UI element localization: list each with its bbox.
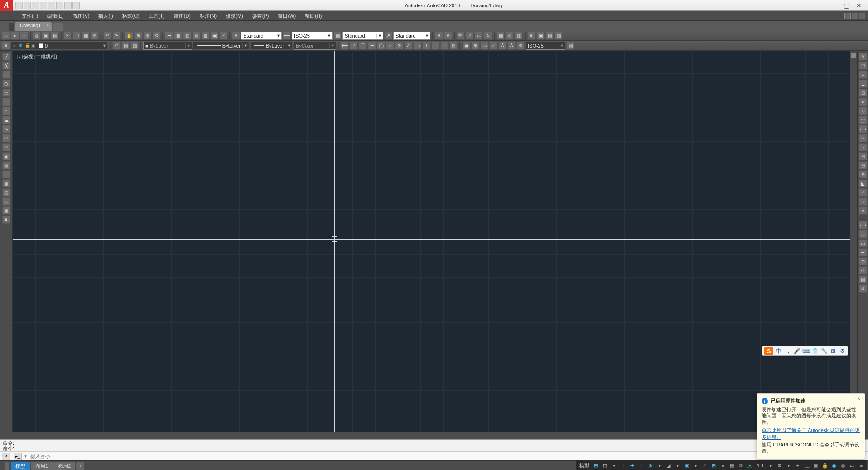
circle-icon[interactable]: ○	[2, 107, 10, 115]
table-insert-icon[interactable]: ▦	[497, 32, 505, 40]
menu-format[interactable]: 格式(O)	[118, 11, 144, 20]
dim-style-icon[interactable]: ⟷	[283, 32, 291, 40]
qat-saveas-icon[interactable]	[40, 2, 47, 9]
revcloud-icon[interactable]: ☁	[2, 116, 10, 124]
rotate-icon[interactable]: ↻	[859, 107, 867, 115]
menu-help[interactable]: 帮助(H)	[300, 11, 326, 20]
multileader-style-icon[interactable]: ↗	[384, 32, 392, 40]
menu-dimension[interactable]: 标注(N)	[195, 11, 221, 20]
centermark-icon[interactable]: ⊕	[471, 42, 479, 50]
save-icon[interactable]: ▪	[20, 32, 28, 40]
isolate-icon[interactable]: ◎	[839, 461, 847, 470]
time-icon[interactable]: ⏱	[859, 266, 867, 274]
more-icon[interactable]: ▥	[555, 32, 563, 40]
region-props-icon[interactable]: ▭	[859, 239, 867, 247]
blend-icon[interactable]: ∿	[859, 197, 867, 206]
stretch-icon[interactable]: ⟷	[859, 125, 867, 133]
zoom-prev-icon[interactable]: ⟲	[152, 32, 160, 40]
move-icon[interactable]: ✥	[859, 98, 867, 106]
layer-prev-icon[interactable]: ↶	[112, 42, 121, 50]
setvar-icon[interactable]: ⚙	[859, 284, 867, 293]
insert-block-icon[interactable]: ▣	[2, 152, 10, 160]
hatch-icon[interactable]: ▦	[2, 179, 10, 187]
qat-plot-icon[interactable]	[48, 2, 55, 9]
offset-icon[interactable]: ⊏	[859, 80, 867, 88]
extend-icon[interactable]: →	[859, 143, 867, 151]
layer-combo[interactable]: ☼ ❄ 🔓 ▣ 0 ▼	[11, 42, 108, 50]
redo-icon[interactable]: ↷	[112, 32, 121, 40]
transparency-icon[interactable]: ▦	[728, 461, 736, 470]
layer-props-icon[interactable]: ≡	[2, 42, 10, 50]
table-icon[interactable]: ▦	[2, 206, 10, 215]
arc-icon[interactable]: ⌒	[2, 98, 10, 106]
menu-draw[interactable]: 绘图(D)	[169, 11, 195, 20]
snap-toggle-icon[interactable]: ⊡	[601, 461, 609, 470]
help-icon[interactable]: ?	[219, 32, 227, 40]
pan-icon[interactable]: ✋	[125, 32, 133, 40]
start-tab-handle[interactable]	[9, 23, 14, 31]
open-icon[interactable]: ▸	[11, 32, 19, 40]
ime-logo-icon[interactable]: S	[764, 347, 773, 355]
lock-ui-icon[interactable]: 🔒	[821, 461, 829, 470]
isodraft-icon[interactable]: ◢	[665, 461, 673, 470]
otrack-icon[interactable]: ⊞	[710, 461, 718, 470]
drawing-canvas[interactable]: [-][俯视][二维线框] S 中 ·, 🎤 ⌨ 👕 🔧 ⊞ ⚙	[13, 51, 850, 432]
mtext-tool-icon[interactable]: A	[2, 216, 10, 224]
infer-icon[interactable]: ⊥	[619, 461, 627, 470]
break-icon[interactable]: ⊟	[859, 161, 867, 169]
tab-handle[interactable]	[5, 462, 9, 470]
mdi-close[interactable]	[859, 13, 865, 19]
horizontal-scrollbar[interactable]	[0, 432, 868, 439]
tab-layout2[interactable]: 布局2	[53, 462, 75, 470]
selection-cycle-icon[interactable]: ⟳	[737, 461, 745, 470]
menu-window[interactable]: 窗口(W)	[273, 11, 300, 20]
find-icon[interactable]: 🔍	[457, 32, 465, 40]
layer-state-icon[interactable]: ▤	[121, 42, 130, 50]
menu-edit[interactable]: 编辑(E)	[43, 11, 68, 20]
text-style-icon[interactable]: A	[232, 32, 240, 40]
menu-insert[interactable]: 插入(I)	[94, 11, 117, 20]
mdi-restore[interactable]	[852, 13, 858, 19]
id-icon[interactable]: ⊙	[859, 257, 867, 265]
qat-redo-icon[interactable]	[64, 2, 72, 9]
xref-icon[interactable]: ▤	[545, 32, 554, 40]
dim-radius-icon[interactable]: ◯	[377, 42, 385, 50]
sheetset-icon[interactable]: ▤	[192, 32, 200, 40]
dim-linear-icon[interactable]: ⟷	[341, 42, 349, 50]
ime-toolbar[interactable]: S 中 ·, 🎤 ⌨ 👕 🔧 ⊞ ⚙	[762, 346, 848, 356]
polygon-icon[interactable]: ⬡	[2, 80, 10, 88]
scale-list-icon[interactable]: ≡	[527, 32, 535, 40]
joglinear-icon[interactable]: ⟋	[489, 42, 497, 50]
markup-icon[interactable]: ▧	[201, 32, 209, 40]
rectangle-icon[interactable]: ▭	[2, 89, 10, 97]
menu-tools[interactable]: 工具(T)	[144, 11, 169, 20]
ellipse-icon[interactable]: ⬭	[2, 134, 10, 142]
block-icon[interactable]: ▣	[536, 32, 545, 40]
array-icon[interactable]: ⊞	[859, 89, 867, 97]
maximize-button[interactable]: ▢	[842, 1, 851, 10]
command-input[interactable]	[28, 454, 868, 459]
table-style-icon[interactable]: ▦	[333, 32, 342, 40]
lineweight-combo[interactable]: ByLayer▼	[193, 42, 249, 50]
qat-new-icon[interactable]	[15, 2, 23, 9]
dim-style-combo-2[interactable]: ISO-25▼	[526, 42, 565, 50]
new-icon[interactable]: ▭	[2, 32, 10, 40]
gradient-icon[interactable]: ▨	[2, 188, 10, 197]
menu-modify[interactable]: 修改(M)	[221, 11, 248, 20]
dim-diameter-icon[interactable]: ⊘	[395, 42, 403, 50]
minimize-button[interactable]: —	[829, 1, 838, 10]
linetype-combo[interactable]: ■ ByLayer▼	[143, 42, 192, 50]
ortho-icon[interactable]: ⊥	[637, 461, 646, 470]
xline-icon[interactable]: ╳	[2, 62, 10, 70]
dim-aligned-icon[interactable]: ↗	[350, 42, 358, 50]
publish-icon[interactable]: ▤	[51, 32, 59, 40]
mtext-icon[interactable]: A	[435, 32, 443, 40]
balloon-link[interactable]: 单击此处以了解关于 Autodesk 认证硬件的更多信息。	[762, 427, 860, 441]
ime-punct-icon[interactable]: ·,	[784, 347, 791, 355]
break-point-icon[interactable]: ⊟	[859, 152, 867, 160]
3dosnap-icon[interactable]: ∠	[701, 461, 709, 470]
app-logo[interactable]: A	[0, 0, 13, 11]
dim-baseline-icon[interactable]: ⊥	[422, 42, 430, 50]
cmd-close-icon[interactable]: ×	[2, 453, 10, 460]
ime-skin-icon[interactable]: 👕	[811, 347, 819, 355]
